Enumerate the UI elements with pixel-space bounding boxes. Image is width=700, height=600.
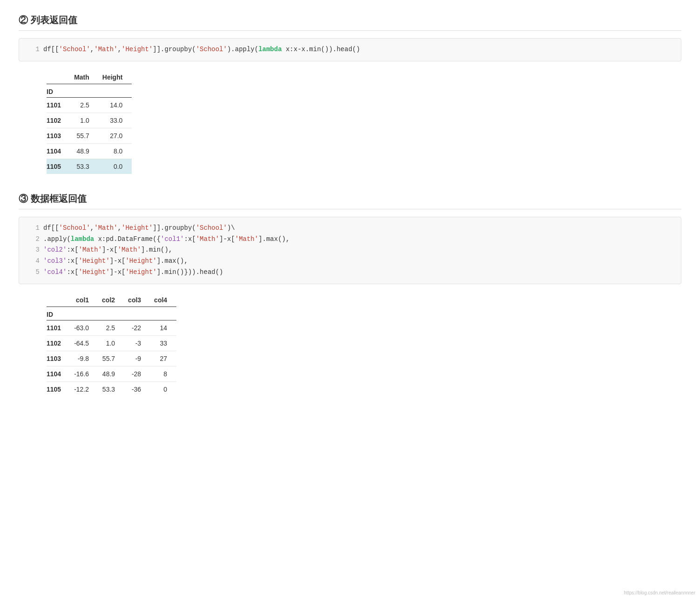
code-token: , bbox=[90, 46, 94, 53]
cell-value: 53.3 bbox=[98, 381, 124, 397]
code-token: 'col2' bbox=[43, 246, 67, 253]
code-token: ]-x[ bbox=[219, 235, 235, 243]
cell-value: -63.0 bbox=[70, 320, 98, 335]
code-token: :x[ bbox=[67, 257, 78, 265]
cell-value: 8 bbox=[150, 366, 176, 381]
section2: ③ 数据框返回值 1df[['School','Math','Height']]… bbox=[19, 193, 681, 397]
line-number: 2 bbox=[27, 234, 40, 245]
column-header: col2 bbox=[98, 293, 124, 307]
column-header: col3 bbox=[124, 293, 150, 307]
code-token: 'Math' bbox=[94, 46, 117, 53]
cell-value: 53.3 bbox=[70, 159, 99, 174]
index-name-row: ID bbox=[47, 307, 176, 320]
code-token: , bbox=[90, 224, 94, 232]
column-header: col4 bbox=[150, 293, 176, 307]
row-id: 1102 bbox=[47, 113, 70, 128]
section1: ② 列表返回值 1df[['School','Math','Height']].… bbox=[19, 14, 681, 174]
row-id: 1104 bbox=[47, 143, 70, 159]
code-token: 'School' bbox=[59, 224, 90, 232]
code-token: 'Math' bbox=[196, 235, 219, 243]
code-token: ]].groupby( bbox=[153, 224, 195, 232]
table-header-row: MathHeight bbox=[47, 71, 132, 84]
table-row: 110553.30.0 bbox=[47, 159, 132, 174]
row-id: 1105 bbox=[47, 381, 70, 397]
code-token: 'Math' bbox=[235, 235, 258, 243]
line-content: 'col2':x['Math']-x['Math'].min(), bbox=[43, 245, 172, 256]
cell-value: -64.5 bbox=[70, 335, 98, 351]
code-token: x:pd.DataFrame({ bbox=[94, 235, 161, 243]
row-id: 1104 bbox=[47, 366, 70, 381]
code-line: 4 'col3':x['Height']-x['Height'].max(), bbox=[27, 256, 673, 267]
code-token: ].min(), bbox=[141, 246, 172, 253]
table-row: 1102-64.51.0-333 bbox=[47, 335, 176, 351]
row-id: 1103 bbox=[47, 351, 70, 366]
code-token: df[[ bbox=[43, 46, 59, 53]
column-header: Height bbox=[99, 71, 132, 84]
code-token: 'Height' bbox=[125, 257, 156, 265]
code-token: 'Math' bbox=[94, 224, 117, 232]
table-row: 1104-16.648.9-288 bbox=[47, 366, 176, 381]
table-row: 1101-63.02.5-2214 bbox=[47, 320, 176, 335]
code-token: df[[ bbox=[43, 224, 59, 232]
section1-code: 1df[['School','Math','Height']].groupby(… bbox=[19, 38, 681, 61]
cell-value: 14 bbox=[150, 320, 176, 335]
line-number: 5 bbox=[27, 267, 40, 278]
line-number: 1 bbox=[27, 44, 40, 55]
cell-value: -9 bbox=[124, 351, 150, 366]
line-content: .apply(lambda x:pd.DataFrame({'col1':x['… bbox=[43, 234, 289, 245]
section2-heading: ③ 数据框返回值 bbox=[19, 193, 681, 209]
code-token: ]-x[ bbox=[110, 268, 126, 276]
cell-value: 14.0 bbox=[99, 97, 132, 113]
cell-value: -28 bbox=[124, 366, 150, 381]
section2-code: 1df[['School','Math','Height']].groupby(… bbox=[19, 217, 681, 284]
line-content: df[['School','Math','Height']].groupby('… bbox=[43, 223, 235, 234]
row-id: 1102 bbox=[47, 335, 70, 351]
table-row: 11021.033.0 bbox=[47, 113, 132, 128]
code-token: :x[ bbox=[184, 235, 195, 243]
code-token: ).apply( bbox=[227, 46, 258, 53]
section1-heading: ② 列表返回值 bbox=[19, 14, 681, 31]
table-row: 1105-12.253.3-360 bbox=[47, 381, 176, 397]
line-content: df[['School','Math','Height']].groupby('… bbox=[43, 44, 360, 55]
code-token: lambda bbox=[71, 235, 94, 243]
index-name: ID bbox=[47, 84, 132, 97]
line-content: 'col3':x['Height']-x['Height'].max(), bbox=[43, 256, 188, 267]
section2-table-container: col1col2col3col4ID1101-63.02.5-22141102-… bbox=[19, 293, 681, 397]
code-token: 'Height' bbox=[121, 224, 153, 232]
cell-value: -3 bbox=[124, 335, 150, 351]
cell-value: -16.6 bbox=[70, 366, 98, 381]
row-id: 1105 bbox=[47, 159, 70, 174]
code-token: ].max(), bbox=[258, 235, 289, 243]
cell-value: 55.7 bbox=[98, 351, 124, 366]
code-line: 1df[['School','Math','Height']].groupby(… bbox=[27, 223, 673, 234]
row-id: 1103 bbox=[47, 128, 70, 143]
code-token: 'col3' bbox=[43, 257, 67, 265]
line-content: 'col4':x['Height']-x['Height'].min()})).… bbox=[43, 267, 223, 278]
line-number: 1 bbox=[27, 223, 40, 234]
row-id: 1101 bbox=[47, 97, 70, 113]
code-token: ]-x[ bbox=[102, 246, 118, 253]
cell-value: -9.8 bbox=[70, 351, 98, 366]
table-header-row: col1col2col3col4 bbox=[47, 293, 176, 307]
code-token: 'Math' bbox=[79, 246, 102, 253]
code-line: 2 .apply(lambda x:pd.DataFrame({'col1':x… bbox=[27, 234, 673, 245]
code-token: ].min()})).head() bbox=[157, 268, 223, 276]
table-row: 110448.98.0 bbox=[47, 143, 132, 159]
cell-value: 0 bbox=[150, 381, 176, 397]
cell-value: 55.7 bbox=[70, 128, 99, 143]
index-name-row: ID bbox=[47, 84, 132, 97]
code-token: 'School' bbox=[59, 46, 90, 53]
code-token: ]-x[ bbox=[110, 257, 126, 265]
cell-value: 1.0 bbox=[98, 335, 124, 351]
code-token: , bbox=[118, 46, 121, 53]
data-table: MathHeightID11012.514.011021.033.0110355… bbox=[47, 71, 132, 174]
row-id: 1101 bbox=[47, 320, 70, 335]
code-token: , bbox=[118, 224, 121, 232]
code-token: 'Height' bbox=[79, 257, 110, 265]
code-token: .apply( bbox=[43, 235, 71, 243]
column-header: col1 bbox=[70, 293, 98, 307]
code-token: x:x-x.min()).head() bbox=[282, 46, 360, 53]
code-token: 'Height' bbox=[79, 268, 110, 276]
code-token: )\ bbox=[227, 224, 235, 232]
index-header bbox=[47, 293, 70, 307]
